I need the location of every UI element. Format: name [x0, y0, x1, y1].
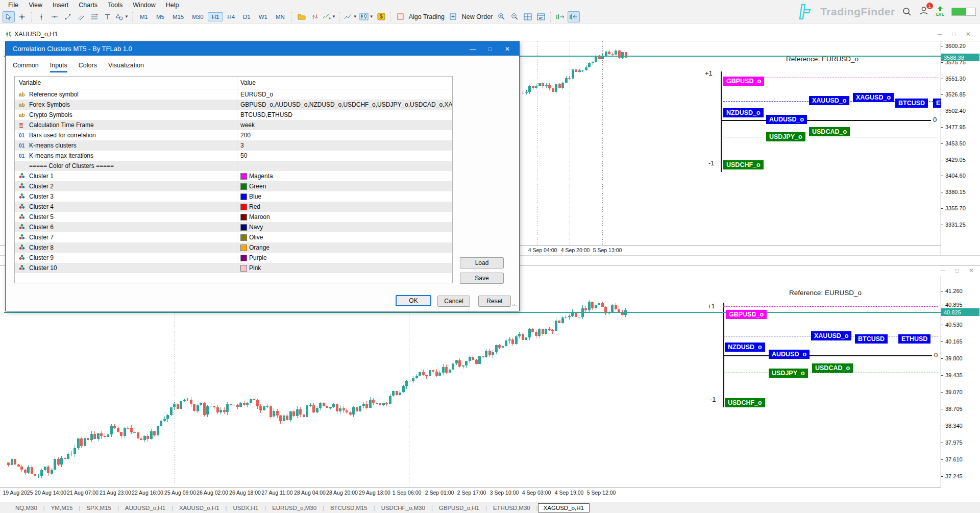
- table-row[interactable]: abForex SymbolsGBPUSD_o,AUDUSD_o,NZDUSD_…: [15, 100, 452, 110]
- parameter-value-cell[interactable]: Navy: [237, 222, 452, 232]
- parameter-value-cell[interactable]: GBPUSD_o,AUDUSD_o,NZDUSD_o,USDCHF_o,USDJ…: [237, 100, 452, 110]
- algo-trading-button[interactable]: [395, 11, 406, 22]
- symbol-tab-eurusd-o-m30[interactable]: EURUSD_o,M30: [266, 504, 323, 512]
- parameter-value-cell[interactable]: 50: [237, 151, 452, 161]
- parameter-value-cell[interactable]: Green: [237, 181, 452, 191]
- reset-button[interactable]: Reset: [478, 296, 511, 307]
- cursor-tool-button[interactable]: [3, 11, 15, 22]
- zoom-out-button[interactable]: [508, 11, 521, 22]
- dialog-tab-colors[interactable]: Colors: [79, 62, 97, 72]
- menu-item-file[interactable]: File: [3, 1, 23, 10]
- timeframe-button-m30[interactable]: M30: [188, 12, 207, 21]
- load-button[interactable]: Load: [460, 257, 504, 268]
- chart-shift-button[interactable]: [568, 11, 580, 22]
- dialog-tab-visualization[interactable]: Visualization: [108, 62, 144, 72]
- table-row[interactable]: 01K-means max iterations50: [15, 151, 452, 161]
- cancel-button[interactable]: Cancel: [437, 296, 470, 307]
- timeframe-button-h4[interactable]: H4: [223, 12, 239, 21]
- maximize-icon[interactable]: □: [952, 267, 962, 274]
- symbol-tab-usdx-h1[interactable]: USDX,H1: [227, 504, 264, 512]
- table-row[interactable]: Cluster 7Olive: [15, 232, 452, 242]
- parameter-value-cell[interactable]: week: [237, 120, 452, 130]
- parameter-value-cell[interactable]: 200: [237, 130, 452, 140]
- parameter-value-cell[interactable]: Blue: [237, 191, 452, 202]
- depth-of-market-button[interactable]: [309, 11, 321, 22]
- shapes-tool-button[interactable]: ▼: [115, 11, 129, 22]
- table-row[interactable]: abReference symbolEURUSD_o: [15, 89, 452, 100]
- table-row[interactable]: Cluster 4Red: [15, 202, 452, 212]
- symbol-tab-usdchf-o-m30[interactable]: USDCHF_o,M30: [375, 504, 431, 512]
- close-icon[interactable]: ✕: [967, 267, 976, 274]
- resize-grip[interactable]: ⠴⠄: [512, 304, 518, 310]
- menu-item-help[interactable]: Help: [161, 1, 184, 10]
- tile-windows-button[interactable]: [522, 11, 534, 22]
- parameter-value-cell[interactable]: BTCUSD,ETHUSD: [237, 110, 452, 120]
- table-row[interactable]: 01Bars used for correlation200: [15, 130, 452, 140]
- new-order-button[interactable]: [447, 11, 459, 22]
- table-row[interactable]: Cluster 3Blue: [15, 191, 452, 202]
- profile-button[interactable]: 1: [919, 6, 929, 17]
- close-icon[interactable]: ✕: [964, 31, 973, 38]
- parameter-value-cell[interactable]: 3: [237, 140, 452, 151]
- dialog-tab-inputs[interactable]: Inputs: [50, 62, 67, 72]
- table-row[interactable]: ≣Calculation Time Frameweek: [15, 120, 452, 130]
- parameter-value-cell[interactable]: Pink: [237, 263, 452, 273]
- line-chart-type-button[interactable]: ▼: [344, 11, 358, 22]
- close-icon[interactable]: ✕: [499, 45, 516, 53]
- timeframe-button-d1[interactable]: D1: [239, 12, 255, 21]
- dialog-tab-common[interactable]: Common: [13, 62, 39, 72]
- top-chart-titlebar[interactable]: XAUUSD_o,H1: [0, 28, 980, 41]
- parameter-value-cell[interactable]: Orange: [237, 242, 452, 253]
- timeframe-button-m5[interactable]: M5: [152, 12, 168, 21]
- menu-item-view[interactable]: View: [23, 1, 47, 10]
- trendline-tool-button[interactable]: [62, 11, 74, 22]
- timeframe-button-m1[interactable]: M1: [136, 12, 152, 21]
- parameter-value-cell[interactable]: EURUSD_o: [237, 89, 452, 100]
- market-watch-button[interactable]: $: [375, 11, 387, 22]
- timeframe-button-h1[interactable]: H1: [208, 12, 224, 21]
- table-row[interactable]: Cluster 2Green: [15, 181, 452, 191]
- table-row[interactable]: Cluster 10Pink: [15, 263, 452, 273]
- symbol-tab-ethusd-m30[interactable]: ETHUSD,M30: [487, 504, 536, 512]
- search-icon[interactable]: [902, 7, 912, 16]
- menu-item-window[interactable]: Window: [128, 1, 160, 10]
- table-row[interactable]: Cluster 5Maroon: [15, 212, 452, 222]
- maximize-icon[interactable]: □: [949, 31, 959, 38]
- cascade-windows-button[interactable]: [535, 11, 547, 22]
- parameter-value-cell[interactable]: Olive: [237, 232, 452, 242]
- symbol-tab-spx-m15[interactable]: SPX,M15: [80, 504, 117, 512]
- menu-item-tools[interactable]: Tools: [103, 1, 128, 10]
- symbol-tab-ym-m15[interactable]: YM,M15: [45, 504, 79, 512]
- templates-button[interactable]: [296, 11, 308, 22]
- table-row[interactable]: Cluster 6Navy: [15, 222, 452, 232]
- maximize-icon[interactable]: □: [481, 45, 499, 53]
- parameters-table[interactable]: Variable Value abReference symbolEURUSD_…: [14, 76, 453, 283]
- new-order-label[interactable]: New Order: [462, 13, 493, 20]
- text-tool-button[interactable]: [102, 11, 114, 22]
- indicators-button[interactable]: ▼: [322, 11, 336, 22]
- vertical-line-tool-button[interactable]: [35, 11, 47, 22]
- parameter-value-cell[interactable]: Red: [237, 202, 452, 212]
- symbol-tab-btcusd-m15[interactable]: BTCUSD,M15: [324, 504, 374, 512]
- minimize-icon[interactable]: —: [464, 45, 481, 53]
- table-row[interactable]: Cluster 9Purple: [15, 253, 452, 263]
- minimize-icon[interactable]: ─: [938, 267, 947, 274]
- parameter-value-cell[interactable]: Magenta: [237, 171, 452, 181]
- parameter-value-cell[interactable]: Maroon: [237, 212, 452, 222]
- menu-item-charts[interactable]: Charts: [74, 1, 103, 10]
- symbol-tab-xauusd-o-h1[interactable]: XAUUSD_o,H1: [173, 504, 226, 512]
- save-button[interactable]: Save: [460, 273, 504, 284]
- menu-item-insert[interactable]: Insert: [47, 1, 74, 10]
- symbol-tab-nq-m30[interactable]: NQ,M30: [9, 504, 43, 512]
- fibonacci-tool-button[interactable]: [88, 11, 101, 22]
- table-row[interactable]: abCrypto SymbolsBTCUSD,ETHUSD: [15, 110, 452, 120]
- horizontal-line-tool-button[interactable]: [48, 11, 61, 22]
- parameter-value-cell[interactable]: [237, 161, 452, 171]
- timeframe-button-m15[interactable]: M15: [168, 12, 188, 21]
- channel-tool-button[interactable]: [75, 11, 87, 22]
- table-row[interactable]: ===== Color of Clusters =====: [15, 161, 452, 171]
- timeframe-button-mn[interactable]: MN: [272, 12, 289, 21]
- auto-scroll-button[interactable]: [554, 11, 567, 22]
- minimize-icon[interactable]: ─: [935, 31, 944, 38]
- timeframe-button-w1[interactable]: W1: [255, 12, 272, 21]
